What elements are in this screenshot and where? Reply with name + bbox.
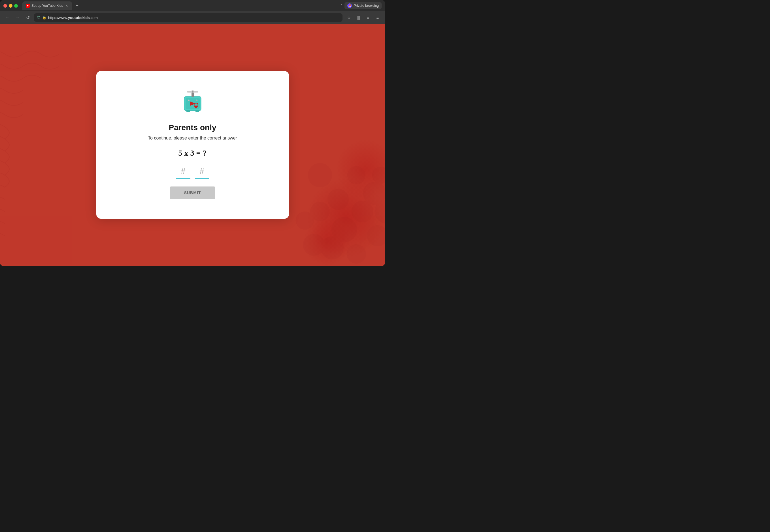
close-button[interactable] bbox=[3, 4, 7, 8]
svg-rect-24 bbox=[196, 110, 199, 112]
tab-title: Set up YouTube Kids bbox=[31, 4, 63, 8]
svg-point-10 bbox=[367, 225, 385, 246]
active-tab[interactable]: Set up YouTube Kids ✕ bbox=[22, 1, 72, 10]
nav-bar: ← → ↺ 🛡 🔒 https://www.youtubekids.com ☆ … bbox=[0, 11, 385, 24]
digit-input-1[interactable] bbox=[176, 164, 190, 179]
url-scheme: https://www. bbox=[48, 16, 68, 20]
url-tld: .com bbox=[90, 16, 98, 20]
tab-bar: Set up YouTube Kids ✕ + bbox=[22, 1, 338, 10]
history-button[interactable]: ||| bbox=[354, 14, 362, 22]
svg-point-0 bbox=[308, 163, 332, 187]
more-button[interactable]: » bbox=[364, 14, 372, 22]
svg-rect-23 bbox=[186, 110, 190, 112]
private-browsing-label: Private browsing bbox=[354, 4, 379, 8]
submit-button[interactable]: SUBMIT bbox=[170, 186, 215, 199]
svg-point-2 bbox=[347, 166, 365, 184]
svg-point-22 bbox=[192, 91, 194, 93]
bookmark-button[interactable]: ☆ bbox=[345, 14, 353, 22]
page-content: Parents only To continue, please enter t… bbox=[0, 24, 385, 266]
new-tab-button[interactable]: + bbox=[73, 2, 81, 10]
svg-point-12 bbox=[296, 211, 314, 229]
forward-button[interactable]: → bbox=[14, 14, 22, 22]
shield-icon: 🛡 bbox=[37, 16, 40, 20]
yt-kids-robot-icon bbox=[178, 88, 207, 116]
address-bar[interactable]: 🛡 🔒 https://www.youtubekids.com bbox=[34, 13, 343, 22]
svg-point-6 bbox=[352, 201, 373, 222]
svg-point-9 bbox=[347, 244, 366, 263]
parents-only-heading: Parents only bbox=[168, 123, 216, 132]
maximize-button[interactable] bbox=[14, 4, 18, 8]
digit-input-2[interactable] bbox=[195, 164, 209, 179]
private-browsing-indicator: 🦊 Private browsing bbox=[345, 2, 382, 9]
title-bar-right: ˅ 🦊 Private browsing bbox=[341, 2, 382, 9]
url-domain: youtubekids bbox=[68, 16, 90, 20]
svg-point-27 bbox=[188, 100, 189, 101]
nav-bar-right: ☆ ||| » ≡ bbox=[345, 14, 382, 22]
svg-point-1 bbox=[328, 189, 349, 210]
url-text: https://www.youtubekids.com bbox=[48, 16, 98, 20]
svg-point-13 bbox=[303, 234, 325, 256]
lock-icon: 🔒 bbox=[42, 16, 46, 20]
tab-favicon-icon bbox=[26, 4, 30, 8]
subtitle-text: To continue, please enter the correct an… bbox=[148, 136, 237, 141]
firefox-private-icon: 🦊 bbox=[347, 3, 352, 8]
menu-button[interactable]: ≡ bbox=[374, 14, 382, 22]
dropdown-arrow-icon[interactable]: ˅ bbox=[341, 4, 342, 8]
title-bar: Set up YouTube Kids ✕ + ˅ 🦊 Private brow… bbox=[0, 0, 385, 11]
svg-rect-19 bbox=[191, 92, 194, 97]
svg-point-7 bbox=[372, 167, 385, 184]
back-button[interactable]: ← bbox=[3, 14, 11, 22]
svg-point-28 bbox=[196, 100, 197, 101]
reload-button[interactable]: ↺ bbox=[24, 14, 32, 22]
traffic-lights bbox=[3, 4, 18, 8]
tab-close-button[interactable]: ✕ bbox=[65, 3, 68, 8]
svg-rect-18 bbox=[195, 106, 197, 108]
browser-window: Set up YouTube Kids ✕ + ˅ 🦊 Private brow… bbox=[0, 0, 385, 266]
parents-only-card: Parents only To continue, please enter t… bbox=[96, 71, 289, 219]
math-question: 5 x 3 = ? bbox=[178, 149, 207, 158]
minimize-button[interactable] bbox=[9, 4, 12, 8]
answer-input-row bbox=[176, 164, 209, 179]
